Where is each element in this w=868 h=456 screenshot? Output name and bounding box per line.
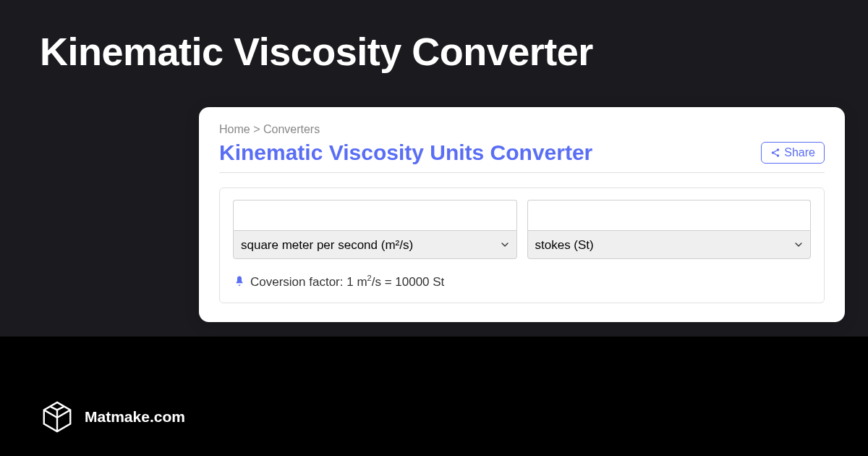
- to-column: stokes (St): [527, 200, 812, 259]
- logo-icon: [40, 400, 75, 434]
- bell-icon: [233, 275, 246, 288]
- from-value-input[interactable]: [233, 200, 517, 230]
- svg-point-0: [777, 148, 780, 151]
- page-title: Kinematic Viscosity Converter: [0, 0, 868, 74]
- from-unit-select[interactable]: square meter per second (m²/s): [233, 230, 517, 259]
- breadcrumb-home[interactable]: Home: [219, 123, 250, 135]
- svg-line-3: [774, 151, 777, 152]
- svg-point-2: [777, 154, 780, 157]
- share-icon: [770, 148, 780, 158]
- converter-box: square meter per second (m²/s) stokes (S…: [219, 187, 825, 303]
- share-button[interactable]: Share: [761, 142, 825, 164]
- card-header-row: Kinematic Viscosity Units Converter Shar…: [219, 140, 825, 165]
- background-bottom-strip: [0, 337, 868, 456]
- share-label: Share: [784, 146, 815, 159]
- footer: Matmake.com: [40, 400, 185, 434]
- svg-line-4: [774, 153, 777, 155]
- to-value-input[interactable]: [527, 200, 812, 230]
- breadcrumb: Home > Converters: [219, 123, 825, 136]
- to-unit-select[interactable]: stokes (St): [527, 230, 812, 259]
- brand-name: Matmake.com: [85, 408, 185, 426]
- divider: [219, 172, 825, 173]
- converter-card: Home > Converters Kinematic Viscosity Un…: [199, 107, 845, 322]
- svg-point-1: [772, 151, 775, 154]
- breadcrumb-separator: >: [253, 123, 260, 135]
- breadcrumb-current[interactable]: Converters: [263, 123, 320, 135]
- from-column: square meter per second (m²/s): [233, 200, 517, 259]
- conversion-factor-row: Coversion factor: 1 m2/s = 10000 St: [233, 274, 811, 290]
- conversion-factor-text: Coversion factor: 1 m2/s = 10000 St: [250, 274, 444, 290]
- card-title: Kinematic Viscosity Units Converter: [219, 140, 592, 165]
- inputs-row: square meter per second (m²/s) stokes (S…: [233, 200, 811, 259]
